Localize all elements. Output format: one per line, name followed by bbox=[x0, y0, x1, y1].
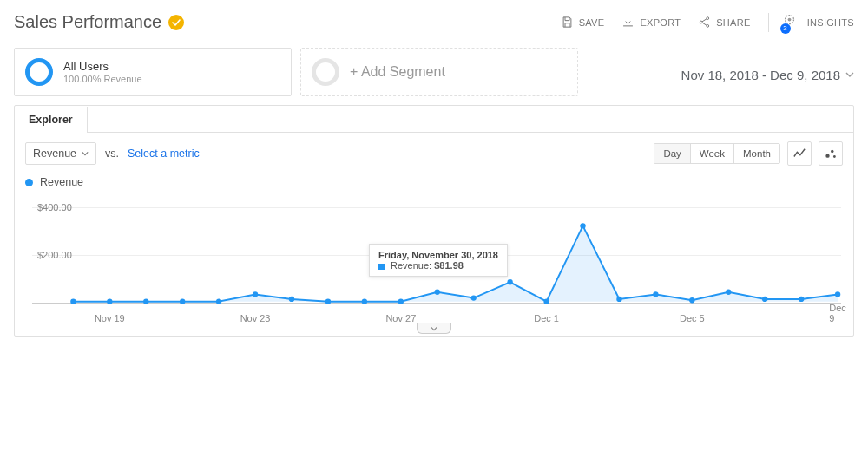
export-icon bbox=[621, 16, 635, 29]
svg-point-23 bbox=[616, 297, 621, 302]
svg-point-12 bbox=[216, 298, 221, 304]
svg-point-17 bbox=[398, 298, 404, 304]
x-tick: Dec 5 bbox=[680, 313, 705, 323]
segment-subtitle: 100.00% Revenue bbox=[63, 74, 142, 84]
svg-point-6 bbox=[831, 150, 834, 154]
tooltip-date: Friday, November 30, 2018 bbox=[378, 250, 498, 260]
gran-month[interactable]: Month bbox=[733, 144, 779, 163]
chart-tooltip: Friday, November 30, 2018 Revenue: $81.9… bbox=[369, 244, 508, 277]
header-actions: SAVE EXPORT SHARE 3 INSIGHTS bbox=[561, 13, 854, 32]
gran-week[interactable]: Week bbox=[690, 144, 733, 163]
share-button[interactable]: SHARE bbox=[698, 16, 750, 29]
export-label: EXPORT bbox=[640, 17, 681, 28]
insights-badge: 3 bbox=[780, 23, 791, 34]
svg-point-7 bbox=[833, 155, 836, 158]
x-tick: Nov 23 bbox=[240, 313, 271, 323]
tabs: Explorer bbox=[15, 106, 853, 133]
metric-secondary[interactable]: Select a metric bbox=[128, 147, 200, 160]
segment-title: All Users bbox=[63, 60, 142, 73]
svg-point-14 bbox=[289, 297, 294, 302]
share-icon bbox=[698, 16, 711, 29]
svg-point-1 bbox=[707, 17, 709, 20]
header-left: Sales Performance bbox=[14, 12, 184, 32]
metric-primary[interactable]: Revenue bbox=[25, 142, 96, 165]
verified-badge-icon bbox=[168, 15, 184, 30]
svg-point-15 bbox=[326, 298, 331, 304]
segments-row: All Users 100.00% Revenue + Add Segment … bbox=[9, 48, 859, 96]
date-range-label: Nov 18, 2018 - Dec 9, 2018 bbox=[681, 68, 840, 82]
tooltip-series-row: Revenue: $81.98 bbox=[378, 260, 498, 271]
segment-ring-muted-icon bbox=[312, 58, 339, 86]
tab-explorer[interactable]: Explorer bbox=[15, 107, 88, 133]
legend: Revenue bbox=[15, 169, 853, 190]
svg-point-5 bbox=[825, 154, 829, 157]
insights-icon: 3 bbox=[783, 13, 802, 32]
page-title: Sales Performance bbox=[14, 12, 161, 32]
header-row: Sales Performance SAVE EXPORT SHARE 3 bbox=[9, 12, 859, 32]
svg-point-28 bbox=[799, 297, 804, 302]
svg-point-4 bbox=[787, 17, 791, 21]
date-range-picker[interactable]: Nov 18, 2018 - Dec 9, 2018 bbox=[681, 48, 854, 96]
gran-day[interactable]: Day bbox=[654, 144, 689, 163]
save-icon bbox=[561, 16, 574, 29]
tooltip-series-swatch-icon bbox=[378, 264, 385, 270]
svg-point-9 bbox=[107, 298, 112, 304]
granularity-group: Day Week Month bbox=[654, 143, 780, 164]
segment-ring-icon bbox=[25, 58, 53, 86]
report-panel: Explorer Revenue vs. Select a metric Day… bbox=[14, 105, 854, 337]
svg-point-22 bbox=[580, 223, 585, 228]
segment-text: All Users 100.00% Revenue bbox=[63, 60, 142, 84]
add-segment-button[interactable]: + Add Segment bbox=[300, 48, 578, 96]
line-chart-icon bbox=[793, 147, 806, 160]
svg-point-21 bbox=[543, 298, 549, 304]
export-button[interactable]: EXPORT bbox=[621, 16, 681, 29]
svg-point-27 bbox=[762, 297, 767, 302]
svg-point-19 bbox=[471, 295, 477, 300]
svg-point-16 bbox=[362, 298, 367, 304]
svg-point-25 bbox=[689, 297, 694, 303]
x-tick: Nov 19 bbox=[95, 313, 125, 323]
insights-label: INSIGHTS bbox=[807, 17, 854, 28]
save-label: SAVE bbox=[579, 17, 605, 28]
save-button[interactable]: SAVE bbox=[561, 16, 605, 29]
svg-point-24 bbox=[653, 291, 658, 297]
vs-label: vs. bbox=[105, 147, 119, 160]
chevron-down-icon bbox=[431, 325, 437, 332]
chevron-down-icon bbox=[845, 70, 854, 79]
segment-all-users[interactable]: All Users 100.00% Revenue bbox=[14, 48, 292, 96]
svg-point-13 bbox=[253, 291, 258, 297]
svg-point-11 bbox=[180, 298, 185, 304]
svg-point-18 bbox=[435, 290, 440, 295]
svg-point-26 bbox=[726, 290, 731, 295]
svg-point-8 bbox=[70, 298, 76, 304]
svg-point-10 bbox=[143, 298, 148, 304]
tooltip-value: $81.98 bbox=[434, 260, 464, 271]
app-root: Sales Performance SAVE EXPORT SHARE 3 bbox=[0, 0, 868, 340]
chevron-down-icon bbox=[82, 150, 89, 157]
motion-chart-icon bbox=[825, 147, 837, 160]
controls-row: Revenue vs. Select a metric Day Week Mon… bbox=[15, 133, 853, 169]
svg-point-2 bbox=[707, 25, 709, 28]
chart-motion-toggle[interactable] bbox=[819, 141, 843, 166]
insights-button[interactable]: 3 INSIGHTS bbox=[768, 13, 854, 32]
x-tick: Dec 1 bbox=[534, 313, 559, 323]
x-tick: Dec 9 bbox=[829, 303, 846, 323]
chart-line-toggle[interactable] bbox=[787, 141, 812, 166]
granularity-controls: Day Week Month bbox=[654, 141, 843, 166]
x-tick: Nov 27 bbox=[385, 313, 416, 323]
expand-handle[interactable] bbox=[417, 323, 451, 334]
legend-dot-icon bbox=[25, 179, 33, 186]
chart-area[interactable]: $400.00 $200.00 Nov 19Nov 23Nov 27Dec 1D… bbox=[22, 190, 846, 329]
svg-point-29 bbox=[835, 291, 840, 297]
svg-point-20 bbox=[507, 279, 512, 284]
legend-label: Revenue bbox=[40, 176, 83, 188]
add-segment-label: + Add Segment bbox=[350, 64, 445, 80]
tooltip-series-label: Revenue bbox=[391, 260, 429, 271]
metric-primary-label: Revenue bbox=[33, 147, 76, 160]
metric-selector: Revenue vs. Select a metric bbox=[25, 142, 200, 165]
share-label: SHARE bbox=[716, 17, 750, 28]
svg-point-0 bbox=[700, 21, 703, 23]
